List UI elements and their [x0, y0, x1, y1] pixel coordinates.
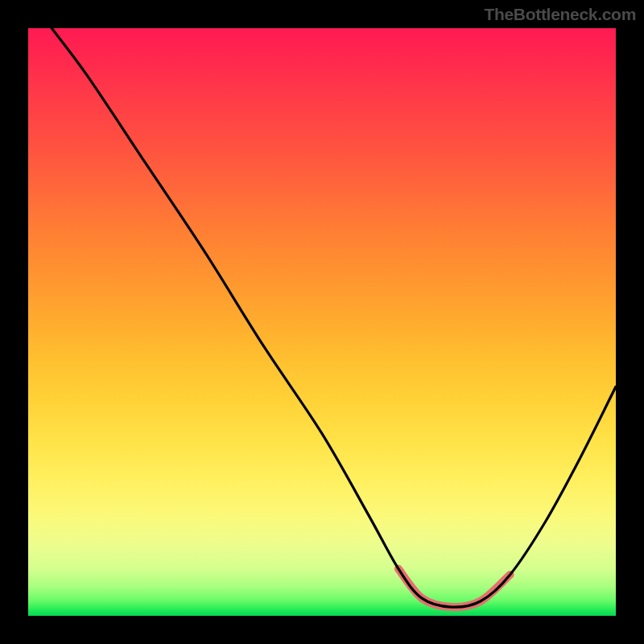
curve-layer [28, 28, 616, 616]
bottleneck-curve [52, 28, 616, 607]
chart-frame: TheBottleneck.com [0, 0, 644, 644]
attribution-text: TheBottleneck.com [484, 5, 636, 24]
plot-area [28, 28, 616, 616]
region-band-path [398, 569, 510, 608]
